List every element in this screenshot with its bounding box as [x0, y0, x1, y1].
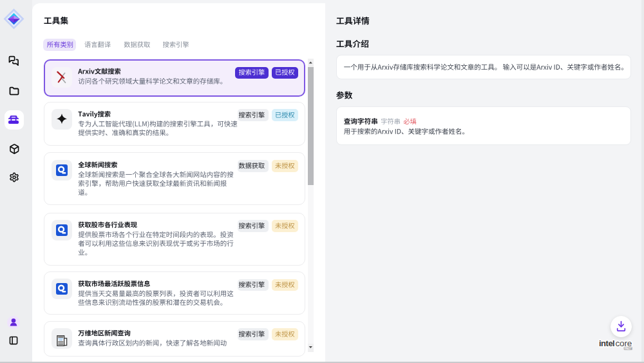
svg-text:core: core	[616, 338, 632, 348]
svg-text:ULTRA: ULTRA	[624, 348, 632, 350]
svg-text:intel: intel	[599, 338, 614, 348]
